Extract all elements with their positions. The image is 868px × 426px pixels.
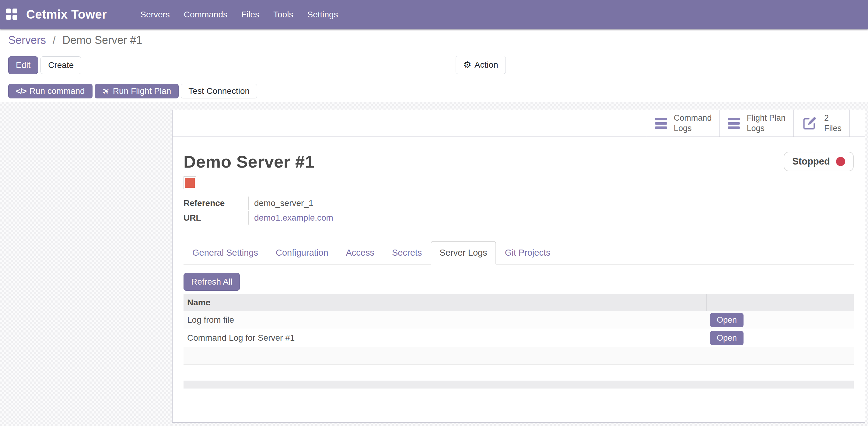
tab-git-projects[interactable]: Git Projects xyxy=(496,241,559,264)
status-dot-icon xyxy=(836,157,845,166)
nav-item-servers[interactable]: Servers xyxy=(140,7,170,22)
tab-access[interactable]: Access xyxy=(337,241,383,264)
app-brand[interactable]: Cetmix Tower xyxy=(26,8,107,21)
table-header-row: Name xyxy=(184,294,854,311)
reference-field-label: Reference xyxy=(184,198,248,208)
refresh-all-button[interactable]: Refresh All xyxy=(184,273,240,291)
flight-plan-logs-label-line2: Logs xyxy=(747,123,765,134)
tab-configuration[interactable]: Configuration xyxy=(267,241,337,264)
color-swatch[interactable] xyxy=(184,176,196,189)
server-logs-table: Name Log from file Open Command Log for … xyxy=(184,294,854,389)
run-flight-plan-label: Run Flight Plan xyxy=(113,86,171,96)
run-command-button[interactable]: </> Run command xyxy=(8,84,93,98)
tab-secrets[interactable]: Secrets xyxy=(383,241,431,264)
empty-table-row xyxy=(184,347,854,365)
flight-plan-logs-label-line1: Flight Plan xyxy=(747,113,785,123)
files-count: 2 xyxy=(824,113,829,123)
create-button[interactable]: Create xyxy=(40,56,81,74)
server-url-link[interactable]: demo1.example.com xyxy=(254,213,333,223)
nav-item-commands[interactable]: Commands xyxy=(183,7,228,22)
command-logs-label-line1: Command xyxy=(674,113,712,123)
main-menu: Servers Commands Files Tools Settings xyxy=(140,7,338,22)
server-logs-pane: Refresh All Name Log from file Open xyxy=(184,264,854,389)
table-header-action xyxy=(706,294,854,311)
top-navbar: Cetmix Tower Servers Commands Files Tool… xyxy=(0,0,868,29)
notebook-tabs: General Settings Configuration Access Se… xyxy=(184,241,854,264)
table-spacer xyxy=(184,365,854,380)
field-group: Reference demo_server_1 URL demo1.exampl… xyxy=(184,196,854,225)
control-panel-buttons: Edit Create xyxy=(8,56,81,74)
command-logs-button[interactable]: Command Logs xyxy=(647,110,720,137)
form-sheet: Demo Server #1 Stopped Reference demo_se… xyxy=(173,152,865,389)
url-field-label: URL xyxy=(184,213,248,223)
app-root: Cetmix Tower Servers Commands Files Tool… xyxy=(0,0,868,426)
log-name-cell: Command Log for Server #1 xyxy=(184,333,706,343)
list-icon xyxy=(655,118,667,129)
table-header-name: Name xyxy=(184,298,706,308)
breadcrumb-separator: / xyxy=(53,34,56,46)
server-form-card: Command Logs Flight Plan Logs xyxy=(172,110,865,423)
status-label: Stopped xyxy=(792,156,830,167)
stat-button-box: Command Logs Flight Plan Logs xyxy=(173,110,865,137)
apps-grid-square xyxy=(12,15,17,20)
action-button-label: Action xyxy=(474,60,498,70)
control-panel-divider xyxy=(0,80,868,80)
files-button[interactable]: 2 Files xyxy=(794,110,849,137)
breadcrumb-servers-link[interactable]: Servers xyxy=(8,34,46,46)
list-icon xyxy=(728,118,740,129)
run-flight-plan-button[interactable]: ✈ Run Flight Plan xyxy=(95,84,179,98)
files-label: Files xyxy=(824,123,841,134)
nav-item-files[interactable]: Files xyxy=(241,7,260,22)
color-swatch-fill xyxy=(185,178,195,188)
content-area: Command Logs Flight Plan Logs xyxy=(0,102,868,426)
apps-grid-icon[interactable] xyxy=(6,8,18,21)
apps-grid-square xyxy=(6,8,11,13)
action-button[interactable]: ⚙ Action xyxy=(456,56,506,74)
run-command-label: Run command xyxy=(30,86,85,96)
breadcrumb: Servers / Demo Server #1 xyxy=(8,34,142,47)
nav-item-tools[interactable]: Tools xyxy=(273,7,294,22)
tab-server-logs[interactable]: Server Logs xyxy=(431,241,496,264)
flight-plan-logs-button[interactable]: Flight Plan Logs xyxy=(719,110,794,137)
control-panel: Servers / Demo Server #1 Edit Create ⚙ A… xyxy=(0,29,868,102)
pencil-square-icon xyxy=(802,115,817,131)
command-logs-label-line2: Logs xyxy=(674,123,692,134)
edit-button[interactable]: Edit xyxy=(8,56,38,74)
table-row[interactable]: Log from file Open xyxy=(184,311,854,329)
gear-icon: ⚙ xyxy=(463,60,471,69)
open-log-button[interactable]: Open xyxy=(710,331,744,345)
status-badge: Stopped xyxy=(784,152,854,171)
apps-grid-square xyxy=(6,15,11,20)
button-box-tail xyxy=(849,110,865,137)
open-log-button[interactable]: Open xyxy=(710,313,744,327)
nav-item-settings[interactable]: Settings xyxy=(307,7,338,22)
breadcrumb-current: Demo Server #1 xyxy=(62,34,142,46)
code-icon: </> xyxy=(16,87,27,96)
tab-general-settings[interactable]: General Settings xyxy=(184,241,267,264)
test-connection-button[interactable]: Test Connection xyxy=(181,84,257,98)
table-footer-bar xyxy=(184,380,854,389)
table-row[interactable]: Command Log for Server #1 Open xyxy=(184,329,854,347)
reference-field-value: demo_server_1 xyxy=(248,197,854,210)
log-name-cell: Log from file xyxy=(184,315,706,325)
server-action-buttons: </> Run command ✈ Run Flight Plan Test C… xyxy=(8,84,257,98)
plane-icon: ✈ xyxy=(99,85,112,98)
page-title: Demo Server #1 xyxy=(184,152,314,172)
apps-grid-square xyxy=(12,8,17,13)
